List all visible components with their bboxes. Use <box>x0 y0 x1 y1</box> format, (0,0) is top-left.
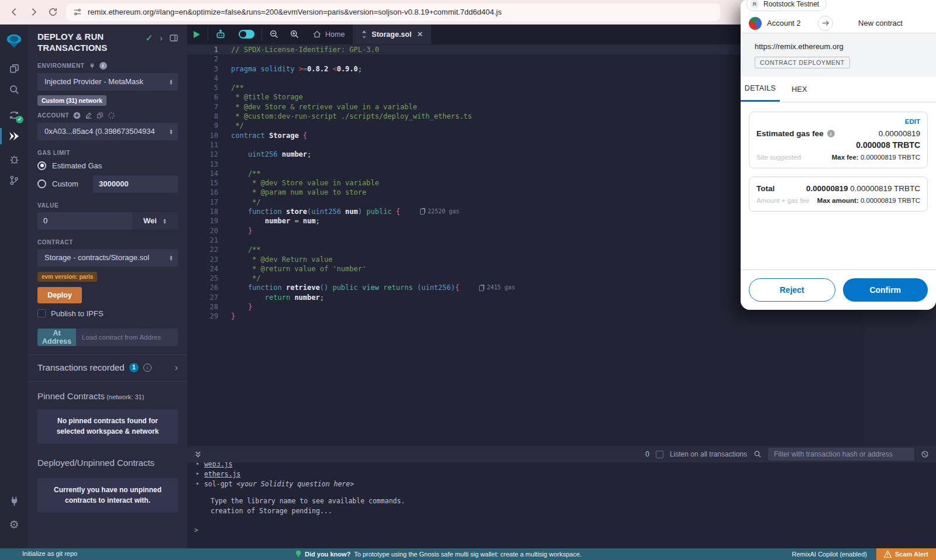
terminal-search-icon[interactable] <box>753 450 762 458</box>
home-icon <box>313 30 321 38</box>
deploy-run-panel: DEPLOY & RUN TRANSACTIONS ✓ › ENVIRONMEN… <box>28 25 187 548</box>
listen-label: Listen on all transactions <box>670 450 747 458</box>
zoom-out-icon[interactable] <box>264 25 284 44</box>
copilot-status[interactable]: RemixAI Copilot (enabled) <box>792 551 867 558</box>
active-plugin-indicator <box>0 128 2 144</box>
terminal-list-item[interactable]: •web3.js <box>195 462 936 469</box>
line-number: 18 <box>187 207 218 216</box>
transactions-info-icon[interactable]: i <box>143 364 152 372</box>
file-explorer-icon[interactable] <box>0 58 28 79</box>
code-text: function retrieve() public view returns … <box>231 283 459 292</box>
gas-estimate-hint: 2415 gas <box>479 283 515 292</box>
panel-expand-icon[interactable]: › <box>160 33 163 43</box>
line-number: 20 <box>187 226 218 236</box>
search-icon[interactable] <box>0 79 28 100</box>
run-script-icon[interactable] <box>187 25 206 44</box>
debugger-icon[interactable] <box>0 148 28 170</box>
custom-gas-option[interactable]: Custom <box>37 175 178 193</box>
gas-pump-icon <box>420 209 425 215</box>
tab-home[interactable]: Home <box>305 25 353 44</box>
code-text: * @dev Store & retrieve value in a varia… <box>231 102 417 112</box>
value-unit-select[interactable]: Wei ▲▼ <box>132 212 178 230</box>
confirm-button[interactable]: Confirm <box>843 278 928 302</box>
tab-hex[interactable]: HEX <box>780 77 819 102</box>
publish-ipfs-option[interactable]: Publish to IPFS <box>37 309 178 318</box>
git-init-status[interactable]: Initialize as git repo <box>22 550 77 557</box>
site-settings-icon[interactable] <box>73 8 82 16</box>
back-icon[interactable] <box>9 7 19 17</box>
settings-icon[interactable]: ⚙ <box>0 514 28 535</box>
pin-panel-icon[interactable] <box>170 34 178 42</box>
ai-copilot-icon[interactable] <box>210 25 231 44</box>
tab-storage-sol[interactable]: Storage.sol ✕ <box>353 25 431 44</box>
reject-button[interactable]: Reject <box>749 278 835 302</box>
git-icon[interactable] <box>0 170 28 191</box>
at-address-input[interactable] <box>76 329 178 346</box>
line-number: 15 <box>187 178 218 188</box>
gas-fee-currency: 0.000008 TRBTC <box>756 140 920 150</box>
copy-address-icon[interactable] <box>97 112 104 119</box>
line-number: 13 <box>187 160 218 169</box>
address-bar[interactable]: remix.ethereum.org/#lang=en&optimize=fal… <box>66 4 720 21</box>
origin-section: https://remix.ethereum.org CONTRACT DEPL… <box>741 33 936 77</box>
terminal-output[interactable]: •web3.js•ethers.js•sol-gpt <your Solidit… <box>187 462 936 548</box>
copilot-toggle[interactable] <box>231 25 260 44</box>
did-you-know-tip: Did you know? To prototype using the Gno… <box>295 550 581 558</box>
remix-ide-screen: remix.ethereum.org/#lang=en&optimize=fal… <box>0 0 936 560</box>
chevron-updown-icon: ▲▼ <box>169 255 173 261</box>
transactions-expand-icon[interactable]: › <box>175 362 178 373</box>
solidity-compiler-icon[interactable]: ✓ <box>0 105 28 126</box>
line-number: 27 <box>187 293 218 302</box>
clear-terminal-icon[interactable] <box>921 450 929 458</box>
line-number: 16 <box>187 188 218 197</box>
deploy-button[interactable]: Deploy <box>37 287 82 303</box>
gas-info-icon[interactable]: i <box>827 130 835 137</box>
at-address-button[interactable]: At Address <box>37 329 76 346</box>
network-selector[interactable]: R Rootstock Testnet <box>746 0 827 11</box>
terminal-count: 0 <box>645 450 649 458</box>
max-amount: Max amount: 0.00000819 TRBTC <box>817 197 920 204</box>
account-select[interactable]: 0xA03...85ac4 (0.398673504934 ▲▼ <box>37 123 178 140</box>
listen-checkbox[interactable] <box>656 451 663 458</box>
terminal-list-item[interactable]: •ethers.js <box>195 470 936 479</box>
code-text: */ <box>231 121 244 130</box>
add-account-icon[interactable] <box>73 112 81 119</box>
code-line[interactable]: 29} <box>187 312 936 321</box>
edit-account-icon[interactable] <box>85 112 92 119</box>
chevron-updown-icon: ▲▼ <box>169 79 173 85</box>
tab-details[interactable]: DETAILS <box>741 77 780 102</box>
line-number: 2 <box>187 54 218 64</box>
edit-gas-link[interactable]: EDIT <box>756 118 920 125</box>
custom-gas-input[interactable] <box>93 175 178 193</box>
collapse-terminal-icon[interactable] <box>194 451 202 458</box>
code-text: * @dev Store value in variable <box>231 178 379 188</box>
line-number: 26 <box>187 283 218 292</box>
deploy-and-run-icon[interactable] <box>0 126 28 147</box>
code-text: pragma solidity >=0.8.2 <0.9.0; <box>231 64 362 74</box>
contract-select[interactable]: Storage - contracts/Storage.sol ▲▼ <box>37 249 178 267</box>
amount-gas-label: Amount + gas fee <box>756 197 809 204</box>
reload-icon[interactable] <box>48 7 58 17</box>
from-account[interactable]: Account 2 <box>749 17 818 30</box>
code-text: */ <box>231 274 261 283</box>
terminal-prompt[interactable]: > <box>194 526 198 534</box>
scam-alert-button[interactable]: Scam Alert <box>876 548 936 560</box>
code-text: contract Storage { <box>231 131 307 140</box>
gas-fee-value: 0.00000819 <box>879 129 920 138</box>
estimated-gas-option[interactable]: Estimated Gas <box>37 161 178 170</box>
plugin-manager-icon[interactable] <box>0 490 28 511</box>
zoom-in-icon[interactable] <box>284 25 305 44</box>
environment-select[interactable]: Injected Provider - MetaMask ▲▼ <box>37 73 178 91</box>
close-tab-icon[interactable]: ✕ <box>417 30 423 39</box>
transaction-filter-input[interactable] <box>768 448 914 461</box>
value-input[interactable] <box>37 212 132 230</box>
environment-info-icon[interactable]: i <box>99 62 107 70</box>
publish-checkbox[interactable] <box>37 309 46 317</box>
forward-icon[interactable] <box>29 7 39 17</box>
details-hex-tabs: DETAILS HEX <box>741 77 936 102</box>
radio-unselected-icon[interactable] <box>37 179 46 188</box>
origin-url: https://remix.ethereum.org <box>755 42 936 51</box>
terminal-message: Type the library name to see available c… <box>211 497 936 506</box>
radio-selected-icon[interactable] <box>37 161 46 170</box>
line-number: 21 <box>187 236 218 245</box>
